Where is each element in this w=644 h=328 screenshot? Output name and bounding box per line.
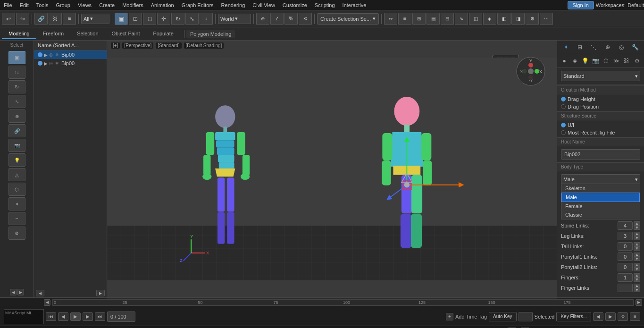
ponytail1-up[interactable]: ▲ (634, 252, 640, 257)
leg-links-up[interactable]: ▲ (634, 232, 640, 236)
go-end-button[interactable]: ⏭ (95, 312, 105, 321)
placement-button[interactable]: ↓ (200, 13, 213, 25)
finger-links-up[interactable]: ▲ (634, 284, 640, 288)
undo-button[interactable]: ↩ (2, 13, 15, 25)
tail-links-down[interactable]: ▼ (634, 246, 640, 251)
redo-button[interactable]: ↪ (16, 13, 29, 25)
ponytail1-down[interactable]: ▼ (634, 257, 640, 261)
lp-shape-btn[interactable]: △ (8, 168, 25, 181)
bt-option-classic[interactable]: Classic (561, 210, 640, 219)
rp-mat-icon[interactable]: ◈ (570, 56, 579, 66)
ponytail2-input[interactable] (618, 263, 633, 271)
fingers-input[interactable] (618, 273, 633, 282)
prev-frame-button[interactable]: ◀ (58, 312, 68, 321)
move-button[interactable]: ✛ (157, 13, 170, 25)
menu-customize[interactable]: Customize (279, 1, 311, 9)
root-name-input[interactable] (561, 149, 640, 160)
menu-tools[interactable]: Tools (33, 1, 52, 9)
viewport-compass[interactable]: Y -Y X -X (514, 55, 547, 88)
lp-link-btn[interactable]: 🔗 (8, 124, 25, 137)
tail-links-input[interactable] (618, 242, 633, 251)
lp-scale-btn[interactable]: ⤡ (8, 95, 25, 108)
menu-interactive[interactable]: Interactive (339, 1, 370, 9)
timeline-ruler[interactable]: 0 25 50 75 100 125 150 175 200 (52, 299, 634, 306)
snap-button[interactable]: ⊕ (256, 13, 269, 25)
ponytail1-input[interactable] (618, 252, 633, 261)
viewport[interactable]: [+] [Perspective] [Standard] [Default Sh… (107, 41, 557, 297)
rp-hierarchy-icon[interactable]: ⋱ (589, 42, 598, 52)
tl-arrow-left[interactable]: ◀ (44, 299, 50, 306)
rp-light2-icon[interactable]: 💡 (580, 56, 590, 66)
rp-utilities-icon[interactable]: 🔧 (630, 42, 640, 52)
bind-button[interactable]: ≋ (63, 13, 76, 25)
settings-button[interactable]: ⚙ (526, 13, 539, 25)
rp-chain-icon[interactable]: ⛓ (622, 56, 631, 66)
rp-sphere-icon[interactable]: ● (560, 56, 569, 66)
percent-snap-button[interactable]: % (284, 13, 298, 25)
array-button[interactable]: ⊞ (412, 13, 426, 25)
tab-modeling[interactable]: Modeling (2, 29, 36, 39)
world-dropdown[interactable]: World ▾ (218, 14, 251, 24)
rp-create-icon[interactable]: ✦ (561, 42, 571, 52)
ponytail2-down[interactable]: ▼ (634, 267, 640, 271)
scale-button[interactable]: ⤡ (185, 13, 199, 25)
selection-filter-dropdown[interactable]: All ▾ (81, 14, 109, 24)
auto-key-button[interactable]: Auto Key (489, 312, 517, 321)
angle-snap-button[interactable]: ∠ (270, 13, 284, 25)
bt-option-skeleton[interactable]: Skeleton (561, 184, 640, 193)
vp-plus-button[interactable]: [+] (111, 42, 120, 49)
lp-light-btn[interactable]: 💡 (8, 153, 25, 167)
most-recent-radio[interactable] (561, 130, 566, 135)
finger-links-input[interactable] (618, 284, 633, 292)
tab-object-paint[interactable]: Object Paint (105, 29, 147, 39)
menu-graph-editors[interactable]: Graph Editors (178, 1, 217, 9)
menu-group[interactable]: Group (52, 1, 74, 9)
menu-modifiers[interactable]: Modifiers (118, 1, 147, 9)
menu-edit[interactable]: Edit (16, 1, 33, 9)
render-setup-button[interactable]: ◧ (497, 13, 510, 25)
select-region-button[interactable]: ⊡ (129, 13, 142, 25)
tl-icon-2[interactable]: ▶ (605, 312, 616, 321)
tl-icon-1[interactable]: ◀ (593, 312, 603, 321)
lp-system-btn[interactable]: ⚙ (8, 227, 25, 240)
ponytail2-up[interactable]: ▲ (634, 263, 640, 267)
rp-modify-icon[interactable]: ⊟ (575, 42, 585, 52)
tab-freeform[interactable]: Freeform (36, 29, 71, 39)
rp-extra-icon[interactable]: ⚙ (632, 56, 642, 66)
rotate-button[interactable]: ↻ (171, 13, 184, 25)
ui-radio[interactable] (561, 123, 566, 127)
lp-helper-btn[interactable]: ✦ (8, 197, 25, 210)
add-time-tag-button[interactable]: + (446, 313, 453, 320)
bt-option-male[interactable]: Male (561, 193, 640, 202)
render-frame-button[interactable]: ◨ (511, 13, 525, 25)
lp-snap-btn[interactable]: ⊕ (8, 109, 25, 123)
material-editor-button[interactable]: ◈ (483, 13, 496, 25)
bt-option-female[interactable]: Female (561, 202, 640, 210)
rp-display-icon[interactable]: ◎ (617, 42, 626, 52)
go-start-button[interactable]: ⏮ (46, 312, 56, 321)
drag-position-radio[interactable] (561, 104, 566, 109)
standard-dropdown[interactable]: Standard ▾ (561, 71, 640, 81)
scene-item-bip002[interactable]: ▶ ◎ ❄ Bip00 (34, 59, 107, 67)
menu-file[interactable]: File (0, 1, 16, 9)
spine-links-down[interactable]: ▼ (634, 226, 640, 230)
panel-nav-prev[interactable]: ◀ (10, 289, 17, 295)
mirror-button[interactable]: ⇔ (384, 13, 397, 25)
menu-animation[interactable]: Animation (147, 1, 178, 9)
vp-perspective-button[interactable]: [Perspective] (122, 42, 153, 49)
curve-editor-button[interactable]: ∿ (455, 13, 468, 25)
leg-links-down[interactable]: ▼ (634, 236, 640, 240)
play-button[interactable]: ▶ (70, 312, 81, 321)
tl-icon-4[interactable]: ≡ (630, 312, 640, 321)
menu-create[interactable]: Create (95, 1, 118, 9)
rp-motion-icon[interactable]: ⊕ (603, 42, 612, 52)
marquee-select-button[interactable]: ⬚ (143, 13, 156, 25)
spine-links-up[interactable]: ▲ (634, 221, 640, 226)
schematic-button[interactable]: ◫ (469, 13, 482, 25)
maxscript-area[interactable]: MAXScript Mi... (4, 309, 44, 324)
leg-links-input[interactable] (618, 232, 633, 240)
finger-links-down[interactable]: ▼ (634, 288, 640, 292)
rp-geo2-icon[interactable]: ⬡ (601, 56, 611, 66)
vp-shading-button[interactable]: [Default Shading] (184, 42, 224, 49)
group-button[interactable]: ⊟ (441, 13, 454, 25)
